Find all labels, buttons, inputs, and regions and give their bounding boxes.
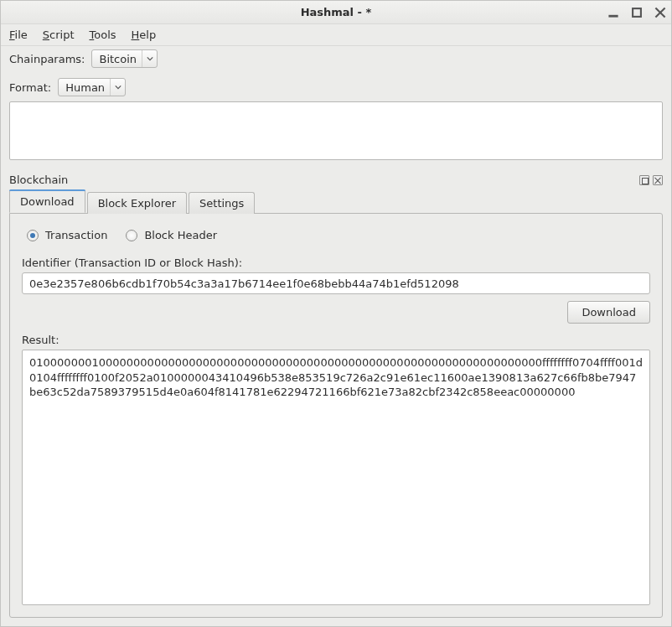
panel-header: Blockchain	[1, 160, 671, 189]
tab-settings[interactable]: Settings	[189, 192, 255, 214]
menu-file-rest: ile	[15, 28, 28, 41]
type-radio-group: Transaction Block Header	[22, 229, 650, 241]
tab-block-explorer[interactable]: Block Explorer	[87, 192, 187, 214]
menu-script-rest: cript	[49, 28, 74, 41]
panel-controls	[639, 175, 663, 185]
identifier-input[interactable]	[22, 272, 650, 294]
result-text: 0100000001000000000000000000000000000000…	[29, 356, 643, 398]
script-editor[interactable]	[9, 101, 663, 160]
menu-script[interactable]: Script	[43, 28, 75, 41]
svg-rect-1	[633, 8, 641, 17]
menu-help[interactable]: Help	[132, 28, 157, 41]
download-pane: Transaction Block Header Identifier (Tra…	[9, 213, 663, 618]
window-title: Hashmal - *	[301, 6, 372, 18]
chevron-down-icon	[142, 50, 153, 67]
maximize-icon[interactable]	[631, 7, 643, 18]
menu-file[interactable]: File	[9, 28, 28, 41]
identifier-label: Identifier (Transaction ID or Block Hash…	[22, 256, 650, 269]
menu-tools-rest: ools	[94, 28, 116, 41]
chevron-down-icon	[110, 79, 121, 96]
menubar: File Script Tools Help	[1, 24, 671, 46]
result-output[interactable]: 0100000001000000000000000000000000000000…	[22, 350, 650, 605]
format-section: Format: Human	[1, 71, 671, 160]
chainparams-combo[interactable]: Bitcoin	[91, 49, 158, 68]
radio-transaction[interactable]: Transaction	[27, 229, 107, 241]
menu-help-rest: elp	[139, 28, 156, 41]
menu-tools[interactable]: Tools	[90, 28, 116, 41]
panel-close-icon[interactable]	[653, 175, 663, 185]
app-window: Hashmal - * File Script Tools Help Chain…	[0, 0, 672, 627]
radio-block-header[interactable]: Block Header	[126, 229, 217, 241]
tab-explorer-label: Block Explorer	[98, 197, 176, 210]
svg-rect-0	[608, 14, 618, 17]
tab-download[interactable]: Download	[9, 189, 85, 213]
tab-download-label: Download	[20, 195, 75, 208]
format-value: Human	[65, 81, 105, 94]
radio-dot-icon	[27, 230, 39, 241]
close-icon[interactable]	[654, 7, 666, 18]
download-button[interactable]: Download	[567, 301, 650, 324]
chainparams-value: Bitcoin	[99, 53, 137, 65]
tab-settings-label: Settings	[199, 197, 244, 210]
window-controls	[607, 1, 666, 23]
radio-block-header-label: Block Header	[144, 229, 217, 241]
format-combo[interactable]: Human	[58, 78, 126, 96]
result-label: Result:	[22, 334, 650, 346]
titlebar: Hashmal - *	[1, 1, 671, 24]
tabstrip: Download Block Explorer Settings	[9, 189, 663, 213]
radio-dot-icon	[126, 230, 137, 241]
minimize-icon[interactable]	[607, 7, 619, 18]
format-row: Format: Human	[9, 78, 663, 96]
panel-title: Blockchain	[9, 174, 68, 186]
download-button-row: Download	[22, 301, 650, 324]
radio-transaction-label: Transaction	[45, 229, 107, 241]
chainparams-label: Chainparams:	[9, 53, 85, 65]
download-button-label: Download	[582, 306, 636, 319]
format-label: Format:	[9, 81, 51, 94]
chainparams-row: Chainparams: Bitcoin	[1, 46, 671, 71]
blockchain-panel: Download Block Explorer Settings Transac…	[9, 189, 663, 618]
detach-icon[interactable]	[639, 175, 649, 185]
